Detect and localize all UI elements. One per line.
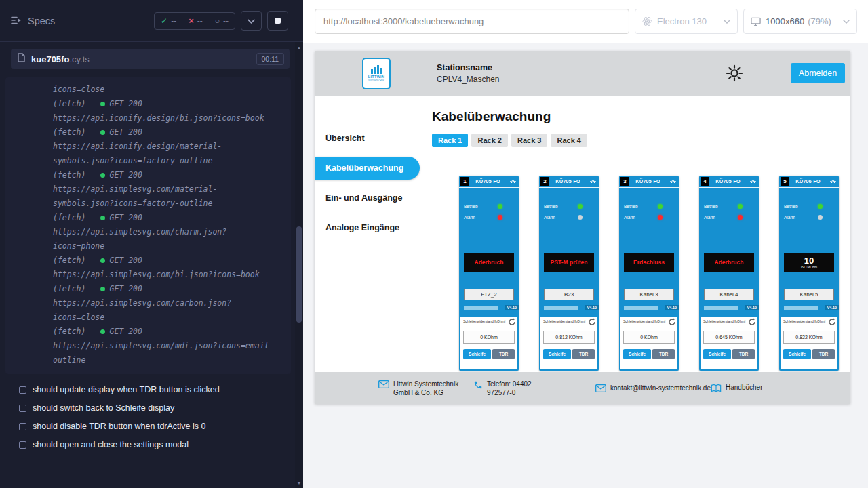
card-divider <box>507 188 519 250</box>
cable-name-input[interactable]: FTZ_2 <box>464 289 514 300</box>
card-header: 3 KÜ705-FO <box>619 176 679 188</box>
betrieb-row: Betrieb <box>784 204 823 209</box>
nav-item[interactable]: Kabelüberwachung <box>315 157 420 180</box>
card-settings-gear-icon[interactable] <box>667 176 679 187</box>
alarm-led <box>818 215 823 220</box>
nav-item[interactable]: Ein- und Ausgänge <box>315 186 420 209</box>
cable-name-input[interactable]: B23 <box>544 289 594 300</box>
specs-menu-button[interactable]: Specs <box>11 15 55 27</box>
cable-name-input[interactable]: Kabel 4 <box>704 289 754 300</box>
network-log-entry[interactable]: (fetch) GET 200 https://api.iconify.desi… <box>53 97 285 125</box>
test-list: should update display when TDR button is… <box>0 385 290 449</box>
url-input[interactable]: http://localhost:3000/kabelueberwachung <box>315 9 629 34</box>
refresh-icon[interactable] <box>588 318 596 326</box>
network-log-entry[interactable]: (fetch) GET 200 https://api.simplesvg.co… <box>53 325 285 367</box>
schleife-button[interactable]: Schleife <box>543 349 571 359</box>
rack-tab-label: Rack 2 <box>477 136 501 144</box>
card-settings-gear-icon[interactable] <box>507 176 519 187</box>
status-display: Erdschluss <box>624 253 674 272</box>
test-list-item[interactable]: should switch back to Schleife display <box>19 403 290 413</box>
scroll-up-arrow-icon[interactable]: ▲ <box>295 43 303 52</box>
iso-value: 10 <box>804 256 814 265</box>
logout-button[interactable]: Abmelden <box>791 63 845 83</box>
refresh-icon[interactable] <box>748 318 756 326</box>
rack-tab[interactable]: Rack 1 <box>432 134 468 147</box>
footer-contact-item[interactable]: Handbücher <box>711 383 762 393</box>
network-log-entry[interactable]: (fetch) GET 200 https://api.simplesvg.co… <box>53 253 285 282</box>
footer-contact-item[interactable]: kontakt@littwin-systemtechnik.de <box>595 384 711 392</box>
specs-label: Specs <box>28 16 55 26</box>
stop-button[interactable] <box>267 11 288 30</box>
rack-tab[interactable]: Rack 3 <box>511 134 547 147</box>
log-url: https://api.iconify.design/bi.json?icons… <box>53 111 278 125</box>
tdr-button[interactable]: TDR <box>732 349 755 359</box>
nav-item-label: Analoge Eingänge <box>326 223 399 232</box>
iso-unit-label: ISO MOhm <box>801 266 817 269</box>
log-status: GET 200 <box>109 282 142 296</box>
log-tag: (fetch) <box>53 125 85 140</box>
tdr-button[interactable]: TDR <box>492 349 515 359</box>
status-display: PST-M prüfen <box>544 253 594 272</box>
schleife-button[interactable]: Schleife <box>783 349 811 359</box>
viewport-size: 1000x660 <box>766 16 804 26</box>
device-card-list: 1 KÜ705-FO <box>459 176 850 371</box>
kabelueberwachung-app: LITTWIN SYSTEMTECHNIK Stationsname CPLV4… <box>315 51 850 404</box>
test-list-item[interactable]: should disable TDR button when tdrActive… <box>19 422 290 431</box>
firmware-version: V4.19 <box>745 305 759 310</box>
rack-tabs: Rack 1 Rack 2 Rack 3 <box>432 134 850 147</box>
footer-contact-item[interactable]: Littwin Systemtechnik GmbH & Co. KG <box>378 380 473 397</box>
log-url: https://api.simplesvg.com/carbon.json?ic… <box>53 296 278 325</box>
tdr-button[interactable]: TDR <box>572 349 595 359</box>
spec-file-row[interactable]: kue705fo.cy.ts 00:11 <box>11 49 290 69</box>
stat-value: -- <box>197 16 203 26</box>
network-log-entry[interactable]: (fetch) GET 200 https://api.simplesvg.co… <box>53 211 285 253</box>
tdr-button[interactable]: TDR <box>812 349 835 359</box>
status-message: Aderbruch <box>713 259 745 266</box>
test-list-item[interactable]: should update display when TDR button is… <box>19 385 290 394</box>
nav-item[interactable]: Analoge Eingänge <box>315 216 420 239</box>
network-log-entry[interactable]: (fetch) GET 200 https://api.iconify.desi… <box>53 125 285 168</box>
refresh-icon[interactable] <box>508 318 516 326</box>
resistance-value: 0 KOhm <box>463 331 515 344</box>
rack-tab[interactable]: Rack 4 <box>551 134 587 147</box>
log-url-continuation: icons=close <box>53 83 278 97</box>
rack-tab[interactable]: Rack 2 <box>471 134 507 147</box>
tdr-button[interactable]: TDR <box>652 349 675 359</box>
test-title: should update display when TDR button is… <box>33 385 220 394</box>
card-settings-gear-icon[interactable] <box>587 176 599 187</box>
refresh-icon[interactable] <box>668 318 676 326</box>
schleife-button[interactable]: Schleife <box>463 349 491 359</box>
runner-scrollbar[interactable]: ▲ ▼ <box>295 42 303 488</box>
device-card: 4 KÜ705-FO <box>699 176 759 371</box>
led-zone: Betrieb Alarm <box>619 188 679 250</box>
card-settings-gear-icon[interactable] <box>747 176 759 187</box>
chevron-down-icon <box>843 20 850 24</box>
alarm-led <box>738 215 743 220</box>
viewport-select[interactable]: 1000x660 (79%) <box>743 9 857 34</box>
betrieb-label: Betrieb <box>544 204 558 209</box>
spec-file-name: kue705fo.cy.ts <box>31 54 90 64</box>
slot-number-badge: 3 <box>620 177 629 186</box>
network-log-entry[interactable]: (fetch) GET 200 https://api.simplesvg.co… <box>53 282 285 325</box>
device-model: KÜ705-FO <box>549 178 587 184</box>
cable-name-input[interactable]: Kabel 3 <box>624 289 674 300</box>
stop-icon <box>275 18 281 24</box>
card-settings-gear-icon[interactable] <box>827 176 839 187</box>
settings-gear-button[interactable] <box>726 64 743 82</box>
schleife-button[interactable]: Schleife <box>703 349 731 359</box>
test-list-item[interactable]: should open and close the settings modal <box>19 440 290 449</box>
card-header: 5 KÜ706-FO <box>779 176 839 188</box>
browser-select[interactable]: Electron 130 <box>635 9 738 34</box>
cable-name-input[interactable]: Kabel 5 <box>784 289 834 300</box>
stat-value: -- <box>171 16 176 26</box>
refresh-icon[interactable] <box>828 318 836 326</box>
collapse-chevron-button[interactable] <box>241 11 262 30</box>
schleife-button[interactable]: Schleife <box>623 349 651 359</box>
scroll-down-arrow-icon[interactable]: ▼ <box>295 479 303 487</box>
nav-item[interactable]: Übersicht <box>315 127 420 150</box>
led-zone: Betrieb Alarm <box>459 188 519 250</box>
scrollbar-thumb[interactable] <box>296 226 302 323</box>
footer-contact-item[interactable]: Telefon: 04402 972577-0 <box>473 380 595 397</box>
log-url: https://api.simplesvg.com/material-symbo… <box>53 182 278 211</box>
network-log-entry[interactable]: (fetch) GET 200 https://api.simplesvg.co… <box>53 168 285 211</box>
